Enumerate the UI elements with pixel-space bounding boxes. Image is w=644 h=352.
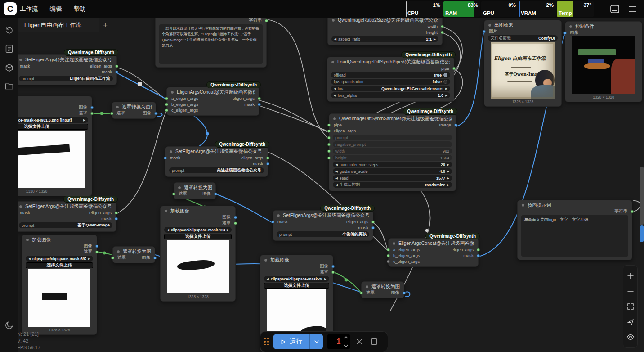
output-port-dot[interactable] <box>631 210 634 213</box>
fit-view-button[interactable] <box>626 302 635 311</box>
offload-toggle[interactable]: offloadtrue <box>331 72 450 78</box>
input-port-dot[interactable] <box>564 31 567 34</box>
input-port-dot[interactable] <box>271 220 274 223</box>
output-port-dot[interactable] <box>115 70 118 73</box>
scrollbar-thumb-active[interactable] <box>640 225 644 242</box>
theme-moon-icon[interactable] <box>4 320 14 330</box>
input-port-dot[interactable] <box>327 149 331 153</box>
zoom-out-button[interactable] <box>626 287 635 295</box>
output-port-dot[interactable] <box>441 25 444 28</box>
run-main[interactable]: 运行 <box>273 338 309 346</box>
node-collapse-dot[interactable] <box>488 23 492 27</box>
output-port-dot[interactable] <box>265 19 268 22</box>
output-port-dot[interactable] <box>452 67 456 70</box>
node-m2i2[interactable]: 遮罩转换为图像遮罩图像 <box>174 182 216 199</box>
cancel-run-button[interactable] <box>354 336 365 347</box>
input-port-dot[interactable] <box>360 291 363 294</box>
input-port-dot[interactable] <box>387 248 390 251</box>
node-m2i4[interactable]: 遮罩转换为图像遮罩图像 <box>361 281 404 298</box>
app-logo[interactable]: C <box>4 2 17 15</box>
height-linked-widget[interactable]: height1664 <box>333 155 452 161</box>
input-port-dot[interactable] <box>387 260 390 263</box>
workflow-tab[interactable]: Eligen自由画布工作流 <box>18 18 99 32</box>
num_inference_steps-widget[interactable]: ◀num_inference_steps20▶ <box>333 162 452 167</box>
run-options-chevron[interactable] <box>310 334 323 349</box>
node-out[interactable]: 出图效果图片文件名前缀ComfyUIEligen 自由画布工作流基于Qwen-I… <box>484 20 562 107</box>
output-port-dot[interactable] <box>115 64 118 68</box>
input-port-dot[interactable] <box>483 30 486 33</box>
node-collapse-dot[interactable] <box>333 117 336 121</box>
node-collapse-dot[interactable] <box>365 285 369 289</box>
prompt-widget[interactable]: prompt关注超级画爸微信公众号 <box>169 167 264 173</box>
node-ratio[interactable]: QwenImageRatio2Size@关注超级画爸微信公众号widthheig… <box>327 15 443 45</box>
input-port-dot[interactable] <box>327 123 331 126</box>
output-port-dot[interactable] <box>258 97 261 100</box>
output-port-dot[interactable] <box>266 162 269 165</box>
output-port-dot[interactable] <box>214 192 217 195</box>
lora-widget[interactable]: ◀loraQwen-Image-EliGen.safetensors▶ <box>331 86 450 91</box>
width-linked-widget[interactable]: width982 <box>333 148 452 154</box>
input-port-dot[interactable] <box>110 112 113 115</box>
node-collapse-dot[interactable] <box>569 25 572 28</box>
bottom-panel-icon[interactable] <box>609 4 621 14</box>
reroute-dot[interactable] <box>138 82 142 86</box>
output-port-dot[interactable] <box>95 244 98 248</box>
node-ctrl[interactable]: 控制条件图像1328 × 1328 <box>565 21 642 102</box>
file-select-widget[interactable]: ◀clipspace/clipspace-mask-69771 ...▶ <box>26 256 93 262</box>
stop-button[interactable] <box>369 336 380 347</box>
node-set4[interactable]: QwenImage-DiffsynthSetEligenArgs@关注超级画爸微… <box>273 210 373 241</box>
upload-button[interactable]: 选择文件上传 <box>264 283 329 289</box>
output-port-dot[interactable] <box>371 226 375 229</box>
zoom-in-button[interactable] <box>626 272 635 280</box>
node-m2i1[interactable]: 遮罩转换为图像遮罩图像 <box>112 102 156 119</box>
output-port-dot[interactable] <box>154 112 157 115</box>
input-port-dot[interactable] <box>327 143 331 146</box>
output-port-dot[interactable] <box>477 248 480 251</box>
node-collapse-dot[interactable] <box>392 242 396 245</box>
output-port-dot[interactable] <box>234 221 237 225</box>
select-mode-button[interactable] <box>626 318 635 326</box>
input-port-dot[interactable] <box>165 103 168 106</box>
seed-widget[interactable]: ◀seed1577▶ <box>333 175 452 181</box>
lora_alpha-widget[interactable]: ◀lora_alpha1.0▶ <box>331 92 450 98</box>
node-collapse-dot[interactable] <box>521 203 525 207</box>
drag-handle-icon[interactable] <box>264 338 269 346</box>
folder-icon[interactable] <box>4 81 14 91</box>
文件名前缀-widget[interactable]: 文件名前缀ComfyUI <box>488 35 558 41</box>
new-tab-button[interactable]: + <box>103 20 108 31</box>
model-library-icon[interactable] <box>4 63 14 72</box>
node-collapse-dot[interactable] <box>164 209 168 213</box>
output-port-dot[interactable] <box>454 123 457 126</box>
output-port-dot[interactable] <box>95 250 98 253</box>
notes-icon[interactable] <box>4 44 14 54</box>
node-collapse-dot[interactable] <box>178 186 181 190</box>
input-port-dot[interactable] <box>327 129 331 132</box>
node-collapse-dot[interactable] <box>19 205 22 208</box>
upload-button[interactable]: 选择文件上传 <box>26 262 93 268</box>
node-neg[interactable]: 负向提示词字符串与画面无关的logo、文字、文字乱码 <box>517 200 632 260</box>
output-port-dot[interactable] <box>331 271 335 274</box>
node-collapse-dot[interactable] <box>170 90 174 94</box>
prompt-linked-widget[interactable]: prompt <box>333 135 452 140</box>
input-port-dot[interactable] <box>327 156 331 159</box>
output-port-dot[interactable] <box>90 106 94 109</box>
negative_prompt-linked-widget[interactable]: negative_prompt <box>333 141 452 147</box>
input-port-dot[interactable] <box>165 97 168 100</box>
input-port-dot[interactable] <box>111 256 114 259</box>
prompt-widget[interactable]: prompt基于Qwen-Image <box>19 222 112 228</box>
menu-help[interactable]: 帮助 <box>74 5 86 13</box>
file-select-widget[interactable]: ◀clipspace/clipspace-mask-26769 ...▶ <box>264 276 329 282</box>
hamburger-menu-icon[interactable] <box>627 4 639 14</box>
output-port-dot[interactable] <box>90 112 94 115</box>
output-port-dot[interactable] <box>234 216 237 219</box>
node-collapse-dot[interactable] <box>277 214 280 217</box>
output-port-dot[interactable] <box>371 220 375 223</box>
node-collapse-dot[interactable] <box>169 150 173 153</box>
node-concat1[interactable]: QwenImage-DiffsynthEligenArgsConcat@关注超级… <box>166 87 259 116</box>
node-set2[interactable]: QwenImage-DiffsynthSetEligenArgs@关注超级画爸微… <box>165 146 268 177</box>
node-concat2[interactable]: QwenImage-DiffsynthEligenArgsConcat@关注超级… <box>388 238 479 267</box>
note-textarea[interactable]: 一款可以承载设计师天马行空般想象力的自由画布，画布的每个角落都可以落笔生辉。“E… <box>159 24 263 64</box>
note-textarea[interactable]: 与画面无关的logo、文字、文字乱码 <box>521 215 628 257</box>
batch-count-input[interactable]: 1 <box>327 334 350 349</box>
upload-button[interactable]: 选择文件上传 <box>164 234 232 239</box>
